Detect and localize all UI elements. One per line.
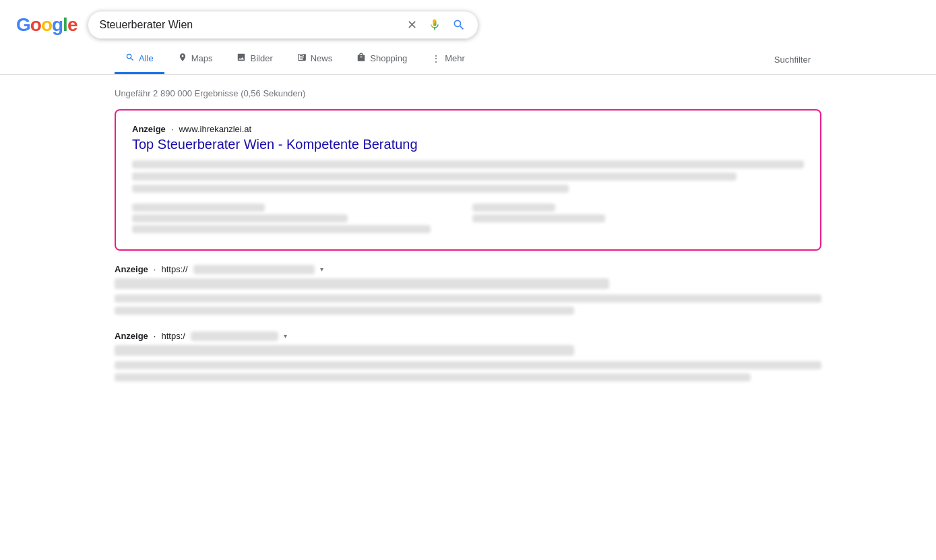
blurred-text-row <box>115 307 574 315</box>
bilder-icon <box>237 53 246 64</box>
tab-mehr[interactable]: ⋮ Mehr <box>420 45 476 74</box>
tab-shopping-label: Shopping <box>370 53 407 63</box>
ad-badge-2: Anzeige <box>115 264 148 274</box>
tab-alle[interactable]: Alle <box>115 44 164 74</box>
search-icon <box>452 18 466 32</box>
shopping-icon <box>356 53 366 64</box>
tab-bilder[interactable]: Bilder <box>226 44 283 74</box>
ad-separator-3: · <box>154 331 156 341</box>
search-icons: ✕ <box>406 17 467 33</box>
ad-url-container-3: https:/ ▾ <box>161 331 286 341</box>
mehr-icon: ⋮ <box>431 53 441 64</box>
tab-alle-label: Alle <box>139 53 154 63</box>
sub-link-item-2 <box>472 204 805 236</box>
google-logo[interactable]: Google <box>16 14 77 36</box>
search-bar: ✕ <box>88 11 478 39</box>
alle-icon <box>125 53 135 64</box>
blurred-url-part <box>193 265 315 274</box>
search-button[interactable] <box>451 17 467 33</box>
tab-bilder-label: Bilder <box>250 53 272 63</box>
voice-search-button[interactable] <box>427 17 443 33</box>
logo-l: l <box>63 14 67 36</box>
blurred-link-title <box>132 204 265 212</box>
ad-result-3: Anzeige · https:/ ▾ <box>115 331 821 381</box>
blurred-text-row <box>115 294 821 303</box>
blurred-link-desc2 <box>132 225 431 233</box>
blurred-text-row <box>132 185 569 193</box>
ad-url-container-2: https:// ▾ <box>161 264 323 274</box>
ad-separator-2: · <box>154 264 156 274</box>
chevron-down-icon-3[interactable]: ▾ <box>284 332 287 340</box>
ad-sub-links-1 <box>132 204 804 236</box>
ad-url-3: https:/ <box>161 331 185 341</box>
ad-url-1: www.ihrekanzlei.at <box>179 124 251 134</box>
results-area: Ungefähr 2 890 000 Ergebnisse (0,56 Seku… <box>0 75 936 403</box>
blurred-ad-title-2 <box>115 278 609 289</box>
ad-label-2: Anzeige · https:// ▾ <box>115 264 821 274</box>
tab-maps-label: Maps <box>191 53 213 63</box>
ad-title-1[interactable]: Top Steuerberater Wien - Kompetente Bera… <box>132 137 804 152</box>
blurred-ad-title-3 <box>115 345 574 356</box>
ad-url-2: https:// <box>161 264 187 274</box>
clear-button[interactable]: ✕ <box>406 18 418 32</box>
sub-link-item-1 <box>132 204 464 236</box>
logo-o2: o <box>41 14 52 36</box>
maps-icon <box>178 53 187 64</box>
blurred-text-row <box>115 361 821 369</box>
blurred-link-desc <box>132 214 348 222</box>
ad-badge-3: Anzeige <box>115 331 148 341</box>
tab-news-label: News <box>311 53 333 63</box>
logo-o1: o <box>30 14 41 36</box>
tab-news[interactable]: News <box>286 44 344 74</box>
blurred-text-row <box>115 373 751 381</box>
microphone-icon <box>428 18 441 32</box>
suchfilter-button[interactable]: Suchfilter <box>763 46 821 73</box>
ad-badge-1: Anzeige <box>132 124 166 134</box>
search-input[interactable] <box>99 19 400 31</box>
tab-shopping[interactable]: Shopping <box>346 44 418 74</box>
tab-mehr-label: Mehr <box>445 53 465 63</box>
blurred-text-row <box>132 173 737 181</box>
logo-e: e <box>67 14 77 36</box>
results-count: Ungefähr 2 890 000 Ergebnisse (0,56 Seku… <box>115 80 821 109</box>
close-icon: ✕ <box>407 19 417 31</box>
blurred-link-desc <box>472 214 605 222</box>
ad-label-3: Anzeige · https:/ ▾ <box>115 331 821 341</box>
ad-result-1: Anzeige · www.ihrekanzlei.at Top Steuerb… <box>115 109 821 251</box>
logo-g: G <box>16 14 30 36</box>
ad-separator-1: · <box>171 124 174 134</box>
ad-description-1 <box>132 160 804 193</box>
chevron-down-icon[interactable]: ▾ <box>320 266 323 273</box>
header: Google ✕ <box>0 0 936 44</box>
blurred-url-part-3 <box>191 332 278 341</box>
logo-g2: g <box>52 14 63 36</box>
nav-tabs: Alle Maps Bilder News Shopping ⋮ Mehr Su… <box>0 44 936 75</box>
ad-label-1: Anzeige · www.ihrekanzlei.at <box>132 124 804 134</box>
tab-maps[interactable]: Maps <box>167 44 224 74</box>
ad-result-2: Anzeige · https:// ▾ <box>115 264 821 315</box>
news-icon <box>297 53 307 64</box>
blurred-link-title <box>472 204 555 212</box>
blurred-text-row <box>132 160 804 168</box>
